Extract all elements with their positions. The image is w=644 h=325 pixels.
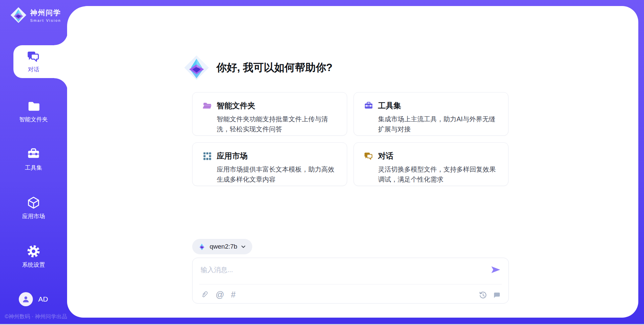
card-description: 应用市场提供丰富长文本模板，助力高效生成多样化文章内容 — [217, 164, 337, 184]
composer-divider — [199, 284, 502, 284]
card-header: 智能文件夹 — [203, 101, 337, 111]
copyright-footer: ©神州数码 · 神州问学出品 — [5, 313, 67, 320]
chat-bubble-icon — [493, 290, 501, 299]
sidebar-item-app-market[interactable]: 应用市场 — [0, 196, 67, 228]
card-chat[interactable]: 对话 灵活切换多模型文件，支持多样回复效果调试，满足个性化需求 — [354, 142, 508, 186]
paperclip-icon — [201, 290, 209, 299]
card-header: 应用市场 — [203, 151, 337, 161]
main-panel: 你好, 我可以如何帮助你? 智能文件夹 智能文件夹功能支持批量文件上传与清洗，轻… — [67, 6, 638, 318]
card-description: 智能文件夹功能支持批量文件上传与清洗，轻松实现文件问答 — [217, 114, 337, 134]
hashtag-button[interactable]: # — [231, 289, 235, 300]
composer-toolbar: @ # — [201, 287, 501, 302]
card-title: 对话 — [378, 151, 393, 161]
sidebar-item-label: 应用市场 — [22, 212, 45, 220]
card-smart-folder[interactable]: 智能文件夹 智能文件夹功能支持批量文件上传与清洗，轻松实现文件问答 — [192, 92, 347, 136]
conversation-button[interactable] — [493, 289, 501, 300]
sidebar-item-label: 系统设置 — [22, 261, 45, 269]
sidebar-item-toolset[interactable]: 工具集 — [0, 147, 67, 180]
sidebar-item-label: 智能文件夹 — [19, 116, 48, 123]
card-header: 对话 — [364, 151, 498, 161]
brand-name: 神州问学 — [30, 8, 61, 17]
brand-logo-icon — [10, 7, 27, 23]
chevron-down-icon — [240, 244, 246, 250]
composer-tools-left: @ # — [201, 289, 235, 300]
toolbox-icon — [27, 147, 40, 161]
card-title: 应用市场 — [217, 151, 248, 161]
brand-subtitle: Smart Vision — [30, 18, 61, 22]
brand: 神州问学 Smart Vision — [10, 7, 61, 23]
avatar — [19, 292, 33, 306]
greeting: 你好, 我可以如何帮助你? — [183, 55, 332, 81]
attach-file-button[interactable] — [201, 289, 209, 300]
user-profile[interactable]: AD — [19, 292, 48, 306]
grid-icon — [203, 151, 212, 161]
card-title: 智能文件夹 — [217, 101, 255, 111]
send-icon — [491, 265, 501, 274]
folder-open-icon — [203, 101, 212, 111]
assistant-logo-icon — [183, 55, 210, 81]
sidebar-item-label: 工具集 — [25, 164, 42, 172]
chat-bubbles-icon — [364, 151, 373, 161]
message-input[interactable] — [201, 264, 482, 275]
feature-cards: 智能文件夹 智能文件夹功能支持批量文件上传与清洗，轻松实现文件问答 工具集 集成… — [192, 92, 509, 186]
card-header: 工具集 — [364, 101, 498, 111]
message-composer: @ # — [192, 258, 509, 304]
sidebar: 神州问学 Smart Vision 对话 智能文件夹 工具集 应用市场 系统设置 — [0, 0, 68, 325]
folder-icon — [27, 99, 40, 113]
sidebar-item-settings[interactable]: 系统设置 — [0, 245, 67, 277]
sidebar-item-chat[interactable]: 对话 — [13, 45, 68, 78]
toolbox-icon — [364, 101, 373, 111]
gear-icon — [27, 245, 40, 258]
mention-button[interactable]: @ — [216, 289, 224, 300]
card-description: 集成市场上主流工具，助力AI与外界无缝扩展与对接 — [378, 114, 498, 134]
chat-bubbles-icon — [27, 50, 40, 63]
composer-tools-right — [478, 289, 501, 300]
greeting-text: 你好, 我可以如何帮助你? — [216, 61, 332, 75]
history-button[interactable] — [478, 289, 487, 300]
card-title: 工具集 — [378, 101, 401, 111]
user-name: AD — [38, 295, 48, 303]
main-content: 你好, 我可以如何帮助你? 智能文件夹 智能文件夹功能支持批量文件上传与清洗，轻… — [192, 6, 509, 318]
model-logo-icon — [198, 242, 206, 251]
brand-text: 神州问学 Smart Vision — [30, 8, 61, 22]
card-app-market[interactable]: 应用市场 应用市场提供丰富长文本模板，助力高效生成多样化文章内容 — [192, 142, 347, 186]
cube-icon — [27, 196, 40, 209]
sidebar-item-label: 对话 — [28, 66, 39, 73]
send-button[interactable] — [490, 265, 501, 275]
history-clock-icon — [478, 290, 487, 299]
card-toolset[interactable]: 工具集 集成市场上主流工具，助力AI与外界无缝扩展与对接 — [354, 92, 508, 136]
card-description: 灵活切换多模型文件，支持多样回复效果调试，满足个性化需求 — [378, 164, 498, 184]
person-icon — [21, 295, 30, 304]
sidebar-item-smart-folder[interactable]: 智能文件夹 — [0, 99, 67, 131]
model-selector[interactable]: qwen2:7b — [192, 239, 252, 254]
model-name: qwen2:7b — [210, 243, 237, 250]
